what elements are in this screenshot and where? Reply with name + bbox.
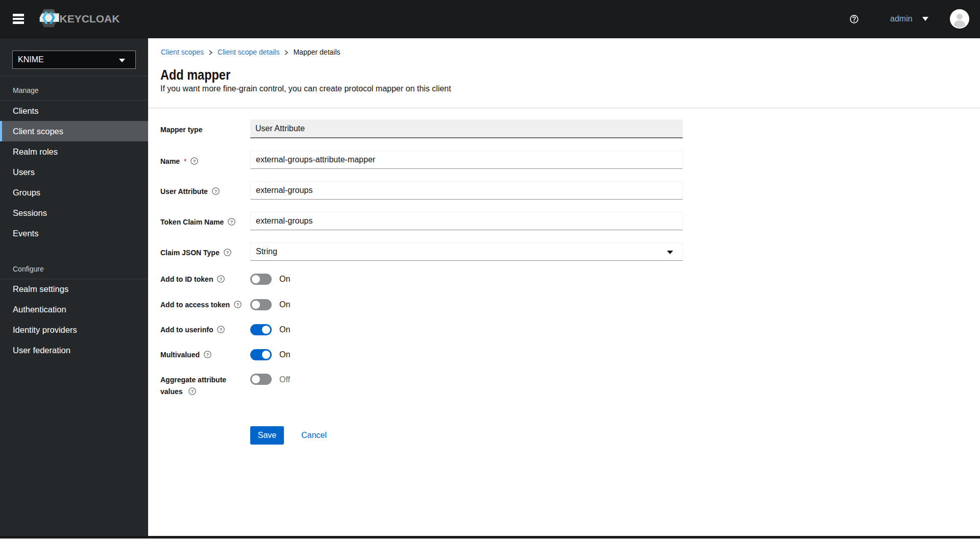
svg-text:KEYCLOAK: KEYCLOAK	[60, 13, 120, 24]
svg-text:?: ?	[191, 389, 194, 394]
svg-text:?: ?	[206, 352, 209, 357]
svg-text:?: ?	[226, 250, 229, 255]
svg-text:?: ?	[236, 302, 240, 307]
svg-text:?: ?	[220, 277, 223, 282]
svg-text:?: ?	[220, 327, 223, 332]
svg-text:?: ?	[193, 159, 196, 164]
svg-text:?: ?	[214, 189, 218, 194]
svg-text:?: ?	[230, 219, 233, 225]
